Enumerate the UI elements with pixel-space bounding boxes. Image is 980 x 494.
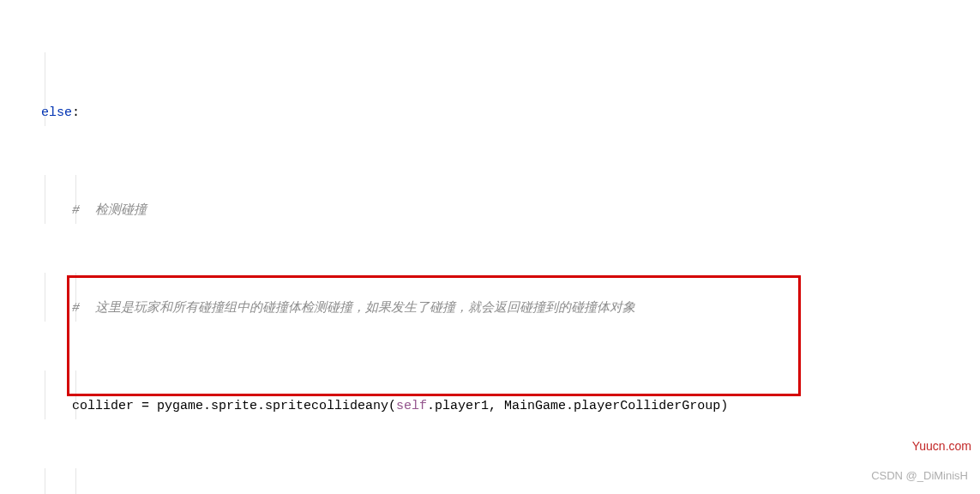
keyword-else: else: [41, 105, 72, 120]
code-line: # 这里是玩家和所有碰撞组中的碰撞体检测碰撞，如果发生了碰撞，就会返回碰撞到的碰…: [0, 273, 980, 322]
comment: # 检测碰撞: [72, 203, 147, 218]
code-line: collider = pygame.sprite.spritecollidean…: [0, 370, 980, 419]
comment: # 这里是玩家和所有碰撞组中的碰撞体检测碰撞，如果发生了碰撞，就会返回碰撞到的碰…: [72, 301, 635, 316]
watermark-yuucn: Yuucn.com: [912, 435, 971, 458]
watermark-csdn: CSDN @_DiMinisH: [871, 466, 968, 487]
code-block: else: # 检测碰撞 # 这里是玩家和所有碰撞组中的碰撞体检测碰撞，如果发生…: [0, 0, 980, 494]
code-line: else:: [0, 52, 980, 126]
code-line: # 如果发生碰撞，判断是不是在河里: [0, 468, 980, 495]
code-line: # 检测碰撞: [0, 175, 980, 224]
self-ref: self: [396, 399, 427, 413]
